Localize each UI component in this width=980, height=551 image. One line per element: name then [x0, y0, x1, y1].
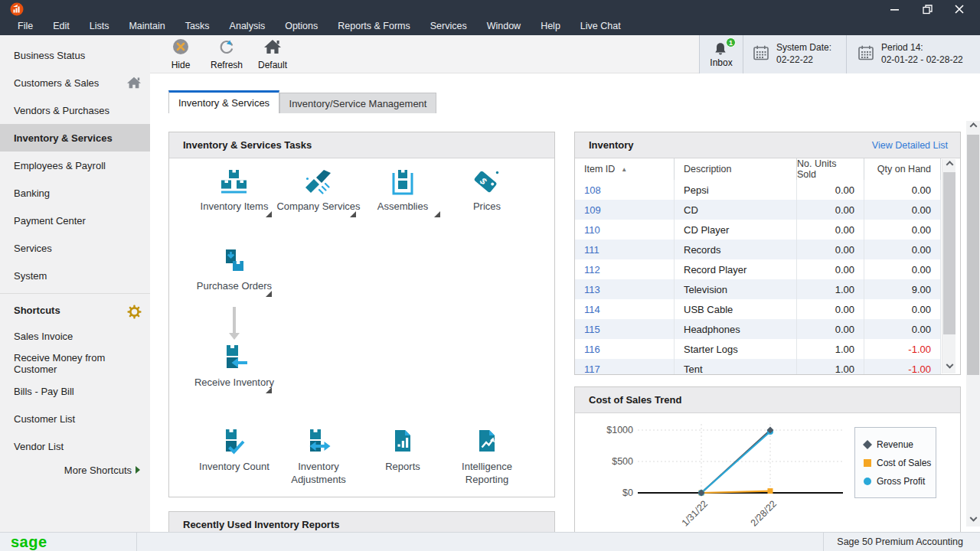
item-id-link[interactable]: 109 — [584, 204, 601, 216]
table-row[interactable]: 116Starter Logs1.00-1.00 — [575, 339, 941, 359]
menu-item-services[interactable]: Services — [420, 18, 477, 35]
cell-item-id[interactable]: 115 — [575, 319, 675, 339]
gear-icon[interactable] — [127, 305, 142, 321]
shortcut-customer-list[interactable]: Customer List — [0, 405, 150, 432]
cell-item-id[interactable]: 116 — [575, 339, 675, 359]
sidebar-item-vendors-purchases[interactable]: Vendors & Purchases — [0, 96, 150, 124]
dropdown-arrow-icon[interactable] — [350, 211, 356, 217]
item-id-link[interactable]: 115 — [584, 324, 600, 335]
inventory-adjustments-icon — [303, 428, 334, 458]
task-receive-inventory[interactable]: Receive Inventory — [192, 344, 276, 390]
inventory-table-scrollbar[interactable] — [942, 159, 956, 373]
dropdown-arrow-icon[interactable] — [266, 387, 272, 393]
system-date-button[interactable]: System Date: 02-22-22 — [743, 35, 846, 73]
shortcut-vendor-list[interactable]: Vendor List — [0, 432, 150, 460]
minimize-button[interactable] — [879, 0, 911, 18]
cell-item-id[interactable]: 111 — [575, 240, 675, 259]
sidebar-item-customers-sales[interactable]: Customers & Sales — [0, 69, 150, 96]
menu-item-reports-forms[interactable]: Reports & Forms — [328, 18, 420, 35]
task-purchase-orders[interactable]: Purchase Orders — [192, 247, 276, 293]
column-header-item-id[interactable]: Item ID ▲ — [575, 158, 675, 180]
item-id-link[interactable]: 114 — [584, 304, 600, 315]
menu-item-file[interactable]: File — [8, 18, 43, 35]
item-id-link[interactable]: 116 — [584, 344, 600, 355]
menu-item-live-chat[interactable]: Live Chat — [570, 18, 631, 35]
menu-item-analysis[interactable]: Analysis — [220, 18, 276, 35]
sidebar-item-employees-payroll[interactable]: Employees & Payroll — [0, 152, 150, 179]
shortcut-receive-money-from-customer[interactable]: Receive Money from Customer — [0, 350, 150, 377]
dropdown-arrow-icon[interactable] — [266, 291, 272, 297]
table-row[interactable]: 112Record Player0.000.00 — [575, 259, 941, 279]
menu-item-window[interactable]: Window — [477, 18, 531, 35]
inbox-button[interactable]: 1 Inbox — [699, 35, 743, 73]
table-row[interactable]: 110CD Player0.000.00 — [575, 220, 941, 240]
sidebar-item-business-status[interactable]: Business Status — [0, 41, 150, 69]
shortcut-bills-pay-bill[interactable]: Bills - Pay Bill — [0, 377, 150, 405]
scroll-down-icon[interactable] — [942, 360, 956, 373]
view-detailed-list-link[interactable]: View Detailed List — [872, 140, 948, 151]
period-button[interactable]: Period 14: 02-01-22 - 02-28-22 — [846, 35, 980, 73]
task-inventory-count[interactable]: Inventory Count — [192, 428, 276, 487]
table-row[interactable]: 117Tent1.00-1.00 — [575, 359, 941, 375]
sidebar-item-system[interactable]: System — [0, 262, 150, 289]
sidebar-item-payment-center[interactable]: Payment Center — [0, 207, 150, 234]
item-id-link[interactable]: 113 — [584, 284, 600, 295]
tab-inventory-and-services[interactable]: Inventory & Services — [168, 90, 279, 113]
column-header-description[interactable]: Description — [675, 158, 797, 180]
table-row[interactable]: 113Television1.009.00 — [575, 279, 941, 299]
item-id-link[interactable]: 117 — [584, 364, 600, 375]
table-row[interactable]: 109CD0.000.00 — [575, 200, 941, 220]
product-name: Sage 50 Premium Accounting — [837, 536, 963, 547]
sidebar-item-banking[interactable]: Banking — [0, 179, 150, 207]
table-row[interactable]: 114USB Cable0.000.00 — [575, 299, 941, 319]
menu-item-edit[interactable]: Edit — [43, 18, 80, 35]
table-row[interactable]: 108Pepsi0.000.00 — [575, 180, 941, 200]
main-scrollbar[interactable] — [966, 121, 980, 527]
refresh-button[interactable]: Refresh — [204, 35, 250, 73]
item-id-link[interactable]: 108 — [584, 184, 601, 196]
close-button[interactable] — [943, 0, 975, 18]
scroll-up-icon[interactable] — [966, 121, 980, 134]
sidebar-item-services[interactable]: Services — [0, 234, 150, 262]
cell-item-id[interactable]: 112 — [575, 259, 675, 279]
task-label: Inventory Count — [199, 461, 270, 474]
item-id-link[interactable]: 111 — [584, 244, 599, 256]
table-row[interactable]: 111Records0.000.00 — [575, 240, 941, 259]
menu-item-options[interactable]: Options — [275, 18, 328, 35]
task-reports[interactable]: Reports — [361, 428, 445, 487]
more-shortcuts-link[interactable]: More Shortcuts — [0, 460, 150, 480]
task-inventory-items[interactable]: Inventory Items — [192, 168, 276, 214]
task-inventory-adjustments[interactable]: Inventory Adjustments — [276, 428, 361, 487]
scroll-up-icon[interactable] — [942, 159, 956, 172]
menu-item-maintain[interactable]: Maintain — [119, 18, 175, 35]
cell-item-id[interactable]: 114 — [575, 299, 675, 319]
hide-button[interactable]: Hide — [158, 35, 204, 73]
scrollbar-thumb[interactable] — [943, 172, 956, 334]
default-button[interactable]: Default — [250, 35, 296, 73]
menu-item-tasks[interactable]: Tasks — [175, 18, 220, 35]
dropdown-arrow-icon[interactable] — [434, 211, 440, 217]
item-id-link[interactable]: 112 — [584, 264, 600, 276]
cell-item-id[interactable]: 109 — [575, 200, 675, 220]
restore-button[interactable] — [911, 0, 943, 18]
cell-item-id[interactable]: 113 — [575, 279, 675, 299]
scrollbar-thumb[interactable] — [967, 135, 979, 375]
task-intelligence-reporting[interactable]: Intelligence Reporting — [445, 428, 529, 487]
dropdown-arrow-icon[interactable] — [266, 211, 272, 217]
column-header-qty-on-hand[interactable]: Qty on Hand — [864, 158, 941, 180]
cell-item-id[interactable]: 110 — [575, 220, 675, 240]
shortcut-sales-invoice[interactable]: Sales Invoice — [0, 322, 150, 350]
task-company-services[interactable]: Company Services — [276, 168, 361, 214]
table-row[interactable]: 115Headphones0.000.00 — [575, 319, 941, 339]
column-header-units-sold[interactable]: No. Units Sold — [797, 158, 864, 180]
item-id-link[interactable]: 110 — [584, 224, 600, 236]
sidebar-item-inventory-services[interactable]: Inventory & Services — [0, 124, 150, 152]
menu-item-lists[interactable]: Lists — [80, 18, 119, 35]
task-assemblies[interactable]: Assemblies — [361, 168, 445, 214]
menu-item-help[interactable]: Help — [531, 18, 570, 35]
task-prices[interactable]: $Prices — [445, 168, 529, 214]
scroll-down-icon[interactable] — [966, 514, 980, 527]
cell-item-id[interactable]: 117 — [575, 359, 675, 375]
cell-item-id[interactable]: 108 — [575, 180, 675, 200]
tab-inventory-service-management[interactable]: Inventory/Service Management — [279, 93, 436, 113]
